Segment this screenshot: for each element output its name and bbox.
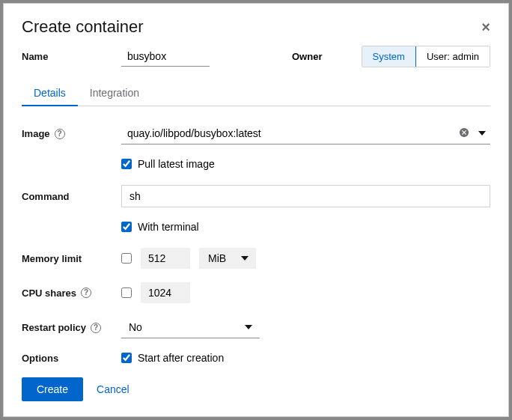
cpu-row: CPU shares ?: [22, 282, 490, 303]
modal-body: Name Owner System User: admin Details In…: [4, 46, 508, 416]
restart-label: Restart policy ?: [22, 322, 121, 333]
name-input[interactable]: [121, 46, 210, 67]
image-row: Image ?: [22, 123, 490, 144]
terminal-row: With terminal: [121, 221, 490, 233]
terminal-label: With terminal: [138, 221, 199, 233]
cpu-label: CPU shares ?: [22, 287, 121, 299]
modal-header: Create container ×: [4, 4, 508, 46]
memory-enable-checkbox[interactable]: [121, 253, 132, 264]
help-icon[interactable]: ?: [91, 323, 101, 333]
help-icon[interactable]: ?: [55, 129, 65, 139]
restart-row: Restart policy ? No: [22, 317, 490, 338]
cpu-enable-checkbox[interactable]: [121, 287, 132, 298]
modal-title: Create container: [22, 17, 144, 37]
name-label: Name: [22, 51, 121, 62]
chevron-down-icon: [241, 256, 249, 261]
owner-system-button[interactable]: System: [362, 46, 416, 67]
tab-integration[interactable]: Integration: [78, 81, 151, 106]
start-after-checkbox[interactable]: [121, 353, 132, 363]
memory-unit-select[interactable]: MiB: [199, 248, 256, 269]
create-button[interactable]: Create: [22, 377, 83, 401]
options-row: Options Start after creation: [22, 352, 490, 364]
cancel-button[interactable]: Cancel: [97, 383, 129, 395]
restart-policy-select[interactable]: No: [121, 317, 260, 338]
pull-latest-checkbox[interactable]: [121, 159, 132, 169]
start-after-label: Start after creation: [138, 352, 224, 364]
options-label: Options: [22, 353, 121, 364]
image-label: Image ?: [22, 128, 121, 139]
image-input[interactable]: [121, 123, 456, 144]
image-input-wrap: [121, 123, 490, 144]
start-after-wrap: Start after creation: [121, 352, 224, 364]
create-container-modal: Create container × Name Owner System Use…: [3, 3, 509, 417]
terminal-checkbox[interactable]: [121, 222, 132, 232]
name-owner-row: Name Owner System User: admin: [22, 46, 490, 67]
command-row: Command: [22, 185, 490, 207]
chevron-down-icon: [245, 325, 252, 329]
tabs: Details Integration: [22, 81, 490, 106]
image-dropdown-icon[interactable]: [478, 131, 486, 136]
memory-label: Memory limit: [22, 253, 121, 264]
pull-latest-row: Pull latest image: [121, 158, 490, 170]
modal-footer: Create Cancel: [22, 377, 490, 401]
close-icon[interactable]: ×: [481, 19, 490, 34]
tab-details[interactable]: Details: [22, 81, 78, 106]
owner-toggle: System User: admin: [362, 46, 490, 67]
command-input[interactable]: [121, 185, 490, 207]
pull-latest-label: Pull latest image: [138, 158, 215, 170]
cpu-value-input[interactable]: [141, 282, 190, 303]
memory-row: Memory limit MiB: [22, 248, 490, 269]
help-icon[interactable]: ?: [81, 287, 91, 298]
owner-label: Owner: [292, 51, 322, 62]
owner-user-button[interactable]: User: admin: [415, 46, 490, 67]
clear-image-icon[interactable]: [456, 127, 472, 140]
command-label: Command: [22, 191, 121, 202]
memory-value-input[interactable]: [141, 248, 190, 269]
